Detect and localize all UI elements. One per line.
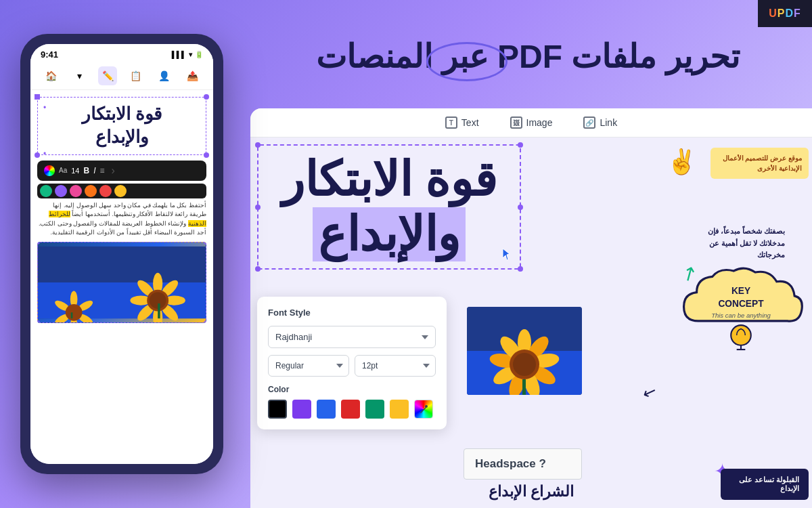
- italic-button[interactable]: I: [93, 166, 95, 175]
- color-yellow[interactable]: [114, 185, 127, 197]
- font-style-select[interactable]: Regular Bold Italic: [268, 355, 349, 377]
- svg-point-18: [66, 303, 83, 320]
- copy-icon[interactable]: 📋: [127, 66, 145, 85]
- bottom-right-card: القبلولة تساعد على الإبداع: [721, 469, 809, 500]
- toolbar-image-item[interactable]: 🖼 Image: [505, 114, 558, 131]
- home-icon[interactable]: 🏠: [42, 66, 61, 85]
- swatch-blue[interactable]: [317, 400, 336, 419]
- link-icon: 🔗: [583, 117, 595, 129]
- text-icon: T: [445, 117, 457, 129]
- phone-title-block: قوة الابتكاروالإبداع: [37, 97, 206, 155]
- svg-rect-35: [522, 379, 526, 395]
- svg-text:This can be anything: This can be anything: [711, 312, 771, 319]
- share-icon[interactable]: 📤: [183, 66, 202, 85]
- handle-tl[interactable]: [255, 142, 261, 148]
- main-title: تحرير ملفات PDF عبر المنصات .main-title …: [257, 37, 798, 75]
- color-pink[interactable]: [70, 185, 82, 197]
- svg-point-34: [513, 353, 536, 376]
- svg-point-21: [425, 405, 428, 408]
- desktop-content: قوة الابتكار والإبداع Font Style Rajdhan…: [250, 137, 812, 503]
- list-icon[interactable]: ≡: [100, 166, 105, 175]
- desktop-arabic-title: قوة الابتكار والإبداع: [265, 152, 513, 261]
- color-swatches-row: [268, 400, 436, 419]
- phone-icons: ▌▌▌ ▾ 🔋: [172, 51, 203, 58]
- chevron-right-icon[interactable]: ›: [112, 165, 115, 177]
- color-red[interactable]: [99, 185, 112, 197]
- deco-text-content: موقع عرض للتصميم الأعمال الإبداعية الأخر…: [723, 154, 802, 172]
- swatch-red[interactable]: [341, 400, 360, 419]
- logo-u: U: [769, 7, 777, 19]
- peace-hand-area: ✌️: [667, 148, 697, 176]
- svg-rect-20: [71, 312, 73, 318]
- main-title-text: تحرير ملفات PDF عبر المنصات: [316, 39, 739, 75]
- picker-icon: [419, 404, 428, 414]
- peace-icon: ✌️: [667, 148, 697, 175]
- dropdown-icon[interactable]: ▾: [70, 66, 89, 85]
- bottom-card-text: القبلولة تساعد على الإبداع: [739, 475, 799, 492]
- phone-body-text: أحتفظ بكل ما يلهمك في مكان واحد سهل الوص…: [37, 201, 206, 238]
- signal-icon: ▌▌▌: [172, 51, 186, 58]
- headspace-label: Headspace ?: [475, 457, 546, 470]
- desktop-toolbar: T Text 🖼 Image 🔗 Link: [250, 108, 812, 137]
- text-cursor: [500, 246, 516, 265]
- logo-d: D: [785, 7, 794, 19]
- color-section-label: Color: [268, 385, 436, 394]
- font-panel-title: Font Style: [268, 308, 436, 318]
- phone-color-toolbar[interactable]: Aa 14 B I ≡ ›: [37, 161, 206, 181]
- handle-bl[interactable]: [255, 266, 261, 272]
- bold-button[interactable]: B: [83, 166, 89, 175]
- desktop-area: T Text 🖼 Image 🔗 Link قوة الابتكار: [250, 108, 812, 508]
- swatch-green[interactable]: [365, 400, 384, 419]
- svg-text:KEY: KEY: [731, 286, 750, 296]
- battery-icon: 🔋: [195, 51, 203, 58]
- phone-frame: 9:41 ▌▌▌ ▾ 🔋 🏠 ▾ ✏️ 📋 👤 📤: [20, 34, 223, 474]
- font-aa-label: Aa: [59, 167, 67, 174]
- corner-dot-br: [204, 152, 209, 158]
- handle-ml[interactable]: [255, 205, 261, 210]
- phone-toolbar[interactable]: 🏠 ▾ ✏️ 📋 👤 📤: [30, 62, 213, 90]
- font-size-select[interactable]: 12pt 14pt 16pt 18pt: [355, 355, 436, 377]
- creative-deco-text: موقع عرض للتصميم الأعمال الإبداعية الأخر…: [710, 148, 809, 179]
- image-icon: 🖼: [510, 117, 522, 129]
- color-picker-button[interactable]: [414, 400, 433, 419]
- toolbar-link-label: Link: [600, 117, 617, 128]
- color-wheel-icon[interactable]: [44, 165, 55, 176]
- rtl-middle-text: بصفتك شخصاً مبدعاً، فإن مدخلاتك لا تقل أ…: [690, 226, 785, 261]
- handle-tr[interactable]: [518, 142, 523, 148]
- headspace-card: Headspace ?: [464, 448, 582, 480]
- svg-text:CONCEPT: CONCEPT: [718, 299, 764, 309]
- color-orange[interactable]: [85, 185, 97, 197]
- phone-arabic-title: قوة الابتكاروالإبداع: [43, 103, 200, 149]
- sunflower-svg: [38, 242, 206, 322]
- font-style-panel: Font Style Rajdhanji Regular Bold Italic…: [257, 297, 447, 429]
- title-line2: والإبداع: [318, 208, 460, 261]
- handle-br[interactable]: [518, 266, 523, 272]
- desktop-sunflower: [467, 307, 582, 395]
- img-corner-tr: [204, 242, 206, 245]
- phone-screen: 9:41 ▌▌▌ ▾ 🔋 🏠 ▾ ✏️ 📋 👤 📤: [30, 44, 213, 464]
- updf-logo: UPDF: [758, 0, 812, 27]
- font-style-row: Regular Bold Italic 12pt 14pt 16pt 18pt: [268, 355, 436, 377]
- color-green[interactable]: [40, 185, 52, 197]
- svg-rect-19: [158, 303, 160, 318]
- svg-point-39: [731, 325, 751, 345]
- edit-icon[interactable]: ✏️: [98, 66, 117, 85]
- phone-image-block: [37, 242, 206, 323]
- swatch-black[interactable]: [268, 400, 287, 419]
- phone-time: 9:41: [41, 49, 58, 60]
- swatch-yellow[interactable]: [390, 400, 409, 419]
- font-family-select[interactable]: Rajdhanji: [268, 326, 436, 348]
- img-corner-br: [204, 320, 206, 323]
- font-size-label: 14: [71, 167, 79, 175]
- corner-dot-bl: [35, 152, 40, 158]
- logo-p: P: [777, 7, 786, 19]
- toolbar-link-item[interactable]: 🔗 Link: [578, 114, 623, 131]
- title-line2-highlight: والإبداع: [313, 207, 466, 262]
- corner-dot-tr: [204, 94, 209, 100]
- swatch-purple[interactable]: [292, 400, 311, 419]
- handle-mr[interactable]: [518, 205, 523, 210]
- bottom-text: الشراع الإبداع: [489, 483, 574, 501]
- color-purple[interactable]: [55, 185, 67, 197]
- user-icon[interactable]: 👤: [154, 66, 173, 85]
- toolbar-text-item[interactable]: T Text: [440, 114, 484, 131]
